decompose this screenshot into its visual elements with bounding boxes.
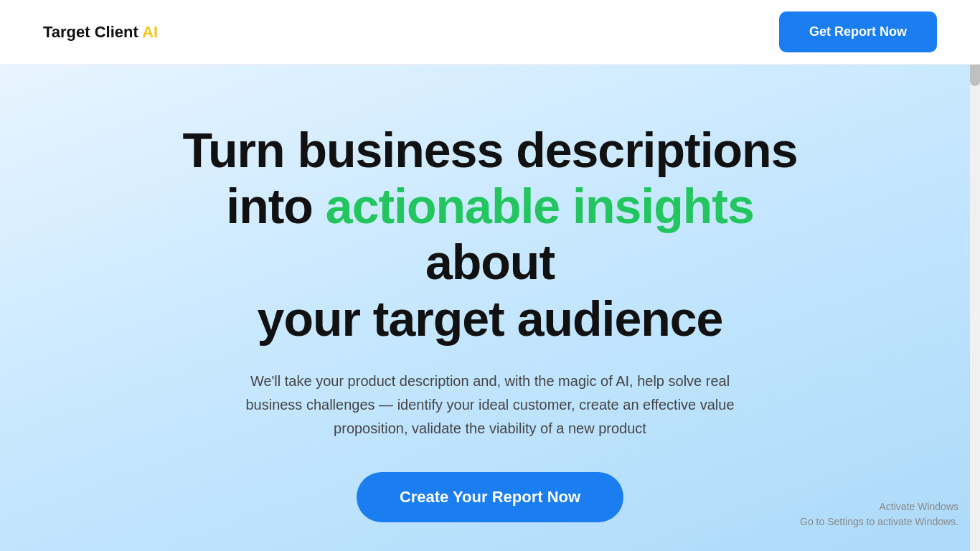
hero-title-part3: about <box>425 235 555 289</box>
hero-subtitle: We'll take your product description and,… <box>239 369 741 441</box>
scrollbar[interactable] <box>970 0 980 551</box>
hero-title-part1: Turn business descriptions <box>183 123 798 177</box>
hero-title-accent: actionable insights <box>326 179 754 233</box>
logo: Target Client AI <box>43 23 158 42</box>
hero-title: Turn business descriptions into actionab… <box>167 122 813 347</box>
hero-section: Turn business descriptions into actionab… <box>0 65 980 551</box>
logo-text: Target Client <box>43 23 142 41</box>
header: Target Client AI Get Report Now <box>0 0 980 65</box>
hero-title-part4: your target audience <box>258 291 723 346</box>
get-report-button[interactable]: Get Report Now <box>779 11 937 52</box>
logo-ai-text: AI <box>142 23 158 41</box>
create-report-button[interactable]: Create Your Report Now <box>357 472 623 522</box>
hero-title-part2: into <box>226 179 326 233</box>
